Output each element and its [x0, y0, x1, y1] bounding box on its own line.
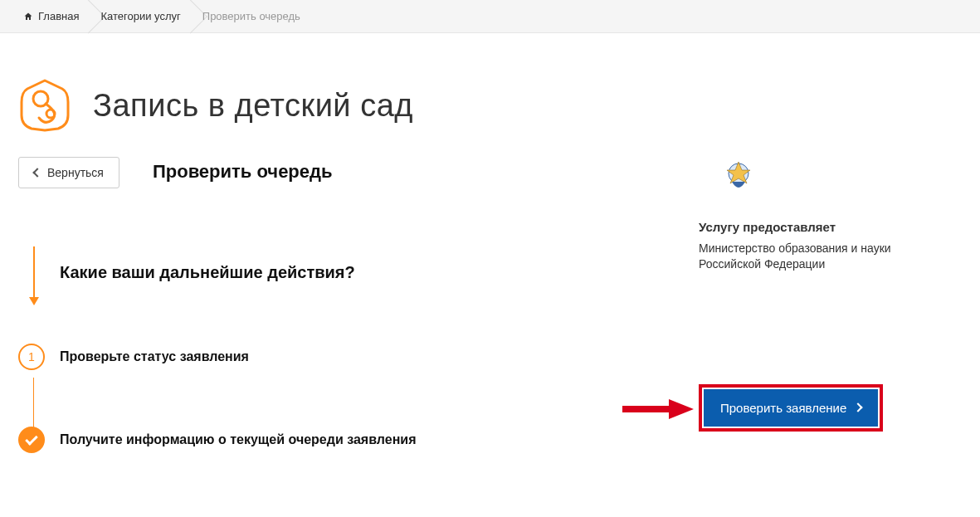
pacifier-icon: [18, 79, 71, 132]
step-check-icon: [18, 427, 45, 453]
back-button-label: Вернуться: [47, 166, 104, 179]
step-text: Проверьте статус заявления: [60, 349, 249, 364]
cta-wrap: Проверить заявление: [699, 384, 923, 432]
provider-label: Услугу предоставляет: [699, 220, 836, 234]
breadcrumb: Главная Категории услуг Проверить очеред…: [0, 0, 980, 33]
check-icon: [25, 432, 38, 446]
back-button[interactable]: Вернуться: [18, 157, 119, 188]
red-arrow-icon: [622, 399, 694, 419]
breadcrumb-current: Проверить очередь: [196, 0, 315, 32]
step-text: Получите информацию о текущей очереди за…: [60, 432, 416, 447]
arrow-down-icon: [33, 246, 35, 300]
breadcrumb-home[interactable]: Главная: [17, 0, 94, 32]
breadcrumb-label: Главная: [38, 10, 79, 22]
svg-rect-3: [622, 406, 669, 412]
chevron-right-icon: [854, 403, 863, 412]
step-2: Получите информацию о текущей очереди за…: [60, 423, 616, 456]
step-number-icon: 1: [18, 344, 45, 370]
subheading: Проверить очередь: [153, 161, 333, 183]
ministry-emblem-icon: [722, 157, 755, 195]
page-title: Запись в детский сад: [93, 88, 413, 124]
step-1: 1 Проверьте статус заявления: [60, 340, 616, 373]
breadcrumb-categories[interactable]: Категории услуг: [94, 0, 195, 32]
breadcrumb-label: Категории услуг: [100, 10, 180, 22]
provider-box: Услугу предоставляет Министерство образо…: [699, 157, 923, 272]
check-application-button[interactable]: Проверить заявление: [704, 389, 878, 427]
breadcrumb-label: Проверить очередь: [202, 10, 300, 22]
steps-area: Какие ваши дальнейшие действия? 1 Провер…: [18, 263, 616, 456]
home-icon: [23, 12, 33, 22]
cta-highlight: Проверить заявление: [699, 384, 883, 432]
provider-name: Министерство образования и науки Российс…: [699, 241, 923, 272]
svg-marker-4: [669, 399, 694, 419]
steps-question: Какие ваши дальнейшие действия?: [60, 263, 616, 282]
page-header: Запись в детский сад: [0, 33, 980, 157]
cta-label: Проверить заявление: [720, 401, 846, 415]
svg-point-1: [46, 110, 55, 118]
chevron-left-icon: [32, 168, 41, 177]
